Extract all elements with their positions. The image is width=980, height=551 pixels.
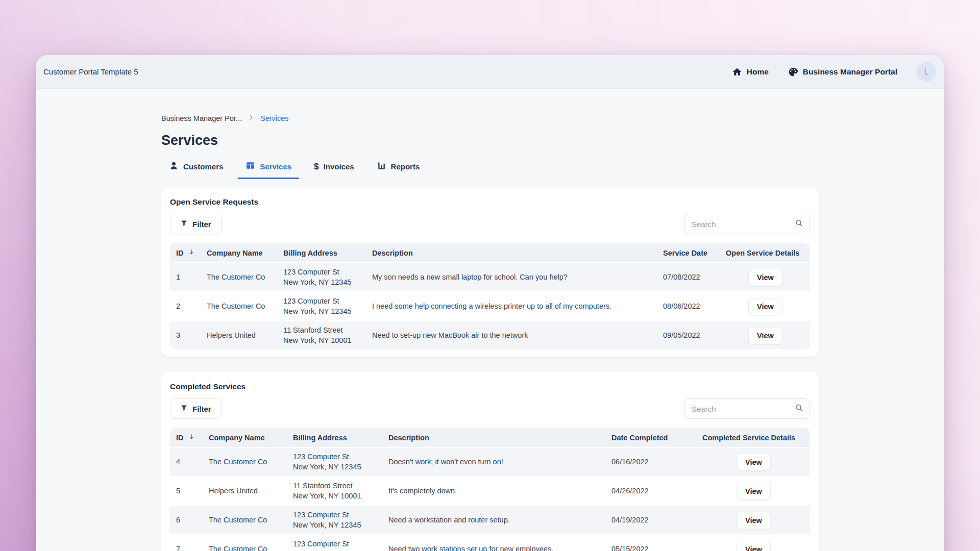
- breadcrumb: Business Manager Por... Services: [161, 114, 819, 122]
- cell-billing-address: 123 Computer St New York, NY 12345: [288, 534, 383, 551]
- table-row: 5 Helpers United 11 Stanford Street New …: [170, 476, 810, 505]
- cell-billing-address: 123 Computer St New York, NY 12345: [278, 291, 367, 320]
- search-icon[interactable]: [795, 219, 803, 230]
- open-requests-title: Open Service Requests: [170, 197, 810, 207]
- cell-service-date: 07/08/2022: [658, 262, 721, 291]
- tab-customers[interactable]: Customers: [161, 161, 231, 179]
- bar-chart-icon: [377, 161, 386, 172]
- cell-description: It's completely down.: [383, 476, 606, 505]
- user-icon: [169, 161, 179, 172]
- tab-reports[interactable]: Reports: [369, 161, 428, 179]
- nav-business-manager-portal[interactable]: Business Manager Portal: [788, 67, 897, 77]
- column-header-billing-address[interactable]: Billing Address: [278, 243, 367, 262]
- cell-id: 1: [170, 262, 202, 291]
- funnel-icon: [180, 219, 188, 229]
- filter-button[interactable]: Filter: [170, 214, 222, 234]
- column-header-description[interactable]: Description: [383, 428, 606, 447]
- tab-invoices[interactable]: $ Invoices: [306, 161, 362, 179]
- tab-reports-label: Reports: [391, 162, 420, 171]
- cell-id: 5: [170, 476, 204, 505]
- view-button[interactable]: View: [748, 327, 782, 344]
- view-button[interactable]: View: [737, 454, 771, 471]
- cell-description: I need some help connecting a wireless p…: [367, 291, 658, 320]
- column-header-id[interactable]: ID: [170, 428, 204, 447]
- cell-id: 6: [170, 505, 204, 534]
- tab-invoices-label: Invoices: [324, 162, 354, 171]
- cell-company: Helpers United: [202, 320, 278, 349]
- cell-billing-address: 123 Computer St New York, NY 12345: [278, 262, 367, 291]
- search-icon[interactable]: [795, 404, 803, 414]
- cell-id: 4: [170, 447, 204, 476]
- filter-button[interactable]: Filter: [170, 398, 222, 419]
- column-header-billing-address[interactable]: Billing Address: [288, 428, 383, 447]
- cell-description: Need a workstation and router setup.: [383, 505, 606, 534]
- tab-services[interactable]: Services: [238, 161, 299, 179]
- cell-date-completed: 06/16/2022: [606, 447, 697, 476]
- top-navigation: Home Business Manager Portal L: [732, 62, 936, 82]
- cell-id: 2: [170, 291, 202, 320]
- top-bar: Customer Portal Template 5 Home Business…: [36, 55, 944, 89]
- palette-icon: [788, 67, 798, 77]
- completed-services-table: ID Company Name Billing Address Descript…: [170, 428, 810, 551]
- sort-descending-icon[interactable]: [188, 433, 195, 442]
- filter-button-label: Filter: [192, 220, 211, 229]
- column-header-description[interactable]: Description: [367, 243, 658, 262]
- cell-billing-address: 123 Computer St New York, NY 12345: [288, 447, 383, 476]
- search-input[interactable]: [684, 398, 810, 419]
- column-header-company[interactable]: Company Name: [202, 243, 278, 262]
- cell-date-completed: 04/26/2022: [606, 476, 697, 505]
- column-header-service-date[interactable]: Service Date: [658, 243, 721, 262]
- table-row: 3 Helpers United 11 Stanford Street New …: [170, 320, 810, 349]
- tab-bar: Customers Services $ Invoices Reports: [161, 161, 819, 179]
- home-icon: [732, 67, 742, 77]
- view-button[interactable]: View: [737, 483, 771, 500]
- column-header-id[interactable]: ID: [170, 243, 202, 262]
- chevron-right-icon: [248, 114, 255, 122]
- user-avatar[interactable]: L: [917, 62, 936, 82]
- cell-date-completed: 05/15/2022: [606, 534, 697, 551]
- breadcrumb-parent-link[interactable]: Business Manager Por...: [161, 114, 242, 122]
- search-input[interactable]: [684, 214, 810, 234]
- table-row: 4 The Customer Co 123 Computer St New Yo…: [170, 447, 810, 476]
- column-header-company[interactable]: Company Name: [204, 428, 288, 447]
- search-box: [684, 214, 810, 234]
- app-window: Customer Portal Template 5 Home Business…: [36, 55, 944, 551]
- cell-billing-address: 11 Stanford Street New York, NY 10001: [288, 476, 383, 505]
- cell-description: Need two work stations set up for new em…: [383, 534, 606, 551]
- cell-billing-address: 11 Stanford Street New York, NY 10001: [278, 320, 367, 349]
- cell-company: The Customer Co: [204, 505, 288, 534]
- tab-customers-label: Customers: [183, 162, 223, 171]
- view-button[interactable]: View: [737, 512, 771, 529]
- nav-portal-label: Business Manager Portal: [803, 67, 897, 77]
- breadcrumb-current[interactable]: Services: [260, 114, 289, 122]
- view-button[interactable]: View: [748, 269, 782, 286]
- column-header-details[interactable]: Completed Service Details: [697, 428, 810, 447]
- open-requests-toolbar: Filter: [170, 214, 810, 234]
- column-header-details[interactable]: Open Service Details: [721, 243, 810, 262]
- cell-description: Need to set-up new MacBook air to the ne…: [367, 320, 658, 349]
- open-service-requests-card: Open Service Requests Filter: [161, 187, 819, 357]
- table-row: 7 The Customer Co 123 Computer St New Yo…: [170, 534, 810, 551]
- cell-id: 3: [170, 320, 202, 349]
- nav-home[interactable]: Home: [732, 67, 769, 77]
- table-header-row: ID Company Name Billing Address Descript…: [170, 243, 810, 262]
- cell-company: The Customer Co: [202, 291, 278, 320]
- filter-button-label: Filter: [192, 405, 211, 413]
- cell-billing-address: 123 Computer St New York, NY 12345: [288, 505, 383, 534]
- column-header-date-completed[interactable]: Date Completed: [606, 428, 697, 447]
- table-row: 6 The Customer Co 123 Computer St New Yo…: [170, 505, 810, 534]
- cell-company: The Customer Co: [204, 534, 288, 551]
- page-content: Business Manager Por... Services Service…: [161, 114, 819, 551]
- cell-service-date: 08/06/2022: [658, 291, 721, 320]
- search-box: [684, 398, 810, 419]
- view-button[interactable]: View: [748, 298, 782, 315]
- completed-services-title: Completed Services: [170, 382, 810, 391]
- nav-home-label: Home: [747, 67, 769, 77]
- cell-description: My son needs a new small laptop for scho…: [367, 262, 658, 291]
- sort-descending-icon[interactable]: [188, 248, 195, 257]
- completed-services-card: Completed Services Filter: [161, 372, 819, 551]
- cell-description: Doesn't work; it won't even turn on!: [383, 447, 606, 476]
- dollar-icon: $: [314, 162, 318, 171]
- view-button[interactable]: View: [737, 541, 771, 551]
- tab-services-label: Services: [260, 162, 291, 171]
